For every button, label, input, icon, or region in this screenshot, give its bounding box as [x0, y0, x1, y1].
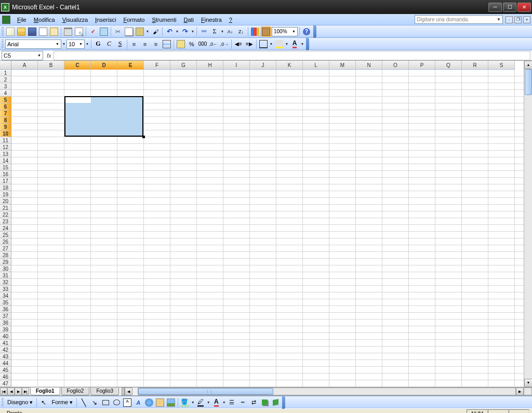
- menu-inserisci[interactable]: Inserisci: [91, 16, 119, 24]
- cell-row[interactable]: [11, 144, 524, 151]
- row-header-15[interactable]: 15: [0, 164, 11, 171]
- menu-dati[interactable]: Dati: [180, 16, 197, 24]
- row-header-37[interactable]: 37: [0, 313, 11, 319]
- cell-row[interactable]: [11, 313, 524, 319]
- italic-button[interactable]: C: [104, 39, 114, 49]
- comma-button[interactable]: 000: [197, 39, 208, 49]
- row-header-42[interactable]: 42: [0, 347, 11, 353]
- row-header-9[interactable]: 9: [0, 124, 11, 130]
- row-header-1[interactable]: 1: [0, 70, 11, 76]
- spelling-button[interactable]: ✓: [88, 26, 98, 37]
- mdi-minimize[interactable]: -: [506, 16, 513, 23]
- row-header-43[interactable]: 43: [0, 353, 11, 360]
- tab-nav-last[interactable]: ▶|: [22, 388, 29, 395]
- cell-row[interactable]: [11, 171, 524, 178]
- cell-row[interactable]: [11, 319, 524, 326]
- row-header-14[interactable]: 14: [0, 157, 11, 164]
- row-header-30[interactable]: 30: [0, 265, 11, 272]
- row-header-20[interactable]: 20: [0, 198, 11, 205]
- row-header-21[interactable]: 21: [0, 205, 11, 211]
- vscroll-thumb[interactable]: [525, 69, 532, 95]
- font-size-box[interactable]: 10▼: [66, 39, 85, 49]
- close-button[interactable]: ✕: [517, 3, 531, 12]
- decrease-decimal-button[interactable]: ,0→: [219, 39, 230, 49]
- cell-row[interactable]: [11, 347, 524, 353]
- font-name-dropdown[interactable]: ▼: [62, 42, 66, 46]
- increase-indent-button[interactable]: ≡▶: [244, 39, 255, 49]
- col-header-M[interactable]: M: [329, 61, 356, 70]
- sort-desc-button[interactable]: Z↓: [236, 26, 246, 37]
- oval-button[interactable]: [111, 397, 122, 408]
- sheet-tab-foglio3[interactable]: Foglio3: [90, 388, 119, 395]
- col-header-E[interactable]: E: [117, 61, 144, 70]
- mail-button[interactable]: [49, 26, 59, 37]
- cells-area[interactable]: [11, 70, 524, 387]
- decrease-indent-button[interactable]: ◀≡: [233, 39, 244, 49]
- scroll-right-button[interactable]: ▶: [516, 388, 524, 395]
- dash-style-button[interactable]: ┅: [237, 397, 248, 408]
- formula-bar[interactable]: [54, 51, 530, 60]
- autosum-button[interactable]: Σ: [209, 26, 220, 37]
- increase-decimal-button[interactable]: ,0←: [208, 39, 219, 49]
- row-header-40[interactable]: 40: [0, 333, 11, 340]
- row-header-5[interactable]: 5: [0, 97, 11, 103]
- row-header-16[interactable]: 16: [0, 171, 11, 178]
- col-header-Q[interactable]: Q: [435, 61, 462, 70]
- arrow-button[interactable]: ↘: [89, 397, 100, 408]
- menu-file[interactable]: File: [14, 16, 30, 24]
- arrow-style-button[interactable]: ⇄: [248, 397, 259, 408]
- diagram-button[interactable]: [144, 397, 154, 408]
- row-header-3[interactable]: 3: [0, 83, 11, 90]
- cell-row[interactable]: [11, 137, 524, 144]
- zoom-box[interactable]: 100%▼: [272, 27, 298, 36]
- merge-center-button[interactable]: [162, 39, 172, 49]
- hyperlink-button[interactable]: ⚯: [198, 26, 209, 37]
- cut-button[interactable]: ✂: [113, 26, 123, 37]
- row-header-19[interactable]: 19: [0, 191, 11, 198]
- autoshapes-menu[interactable]: Forme ▾: [49, 398, 75, 407]
- tab-nav-first[interactable]: |◀: [0, 388, 7, 395]
- font-size-dropdown[interactable]: ▼: [85, 42, 89, 46]
- col-header-O[interactable]: O: [382, 61, 409, 70]
- font-color-draw-button[interactable]: A: [211, 397, 221, 408]
- cell-row[interactable]: [11, 279, 524, 286]
- toolbar-endcap-3[interactable]: [282, 396, 285, 409]
- col-header-J[interactable]: J: [250, 61, 276, 70]
- name-box[interactable]: C5▼: [2, 51, 43, 60]
- col-header-P[interactable]: P: [409, 61, 435, 70]
- fill-color-button[interactable]: [274, 39, 284, 49]
- cell-row[interactable]: [11, 76, 524, 83]
- row-header-8[interactable]: 8: [0, 117, 11, 124]
- tab-nav-prev[interactable]: ◀: [7, 388, 15, 395]
- menu-visualizza[interactable]: Visualizza: [59, 16, 91, 24]
- wordart-button[interactable]: A: [133, 397, 143, 408]
- paste-button[interactable]: [135, 26, 145, 37]
- cell-row[interactable]: [11, 238, 524, 245]
- minimize-button[interactable]: ─: [488, 3, 502, 12]
- cell-row[interactable]: [11, 360, 524, 367]
- row-header-34[interactable]: 34: [0, 292, 11, 299]
- cell-row[interactable]: [11, 326, 524, 333]
- drawing-toolbar-toggle[interactable]: [261, 26, 271, 37]
- row-header-39[interactable]: 39: [0, 326, 11, 333]
- row-header-7[interactable]: 7: [0, 110, 11, 117]
- autosum-dropdown[interactable]: ▼: [220, 30, 224, 33]
- row-header-36[interactable]: 36: [0, 306, 11, 313]
- cell-row[interactable]: [11, 333, 524, 340]
- draw-menu[interactable]: Disegno ▾: [5, 398, 35, 407]
- new-button[interactable]: [5, 26, 16, 37]
- align-right-button[interactable]: ≡: [151, 39, 161, 49]
- research-button[interactable]: [99, 26, 109, 37]
- cell-row[interactable]: [11, 306, 524, 313]
- select-all-corner[interactable]: [0, 61, 11, 70]
- col-header-B[interactable]: B: [38, 61, 64, 70]
- cell-row[interactable]: [11, 299, 524, 306]
- horizontal-scrollbar[interactable]: ⋮⋮: [138, 388, 516, 395]
- row-header-13[interactable]: 13: [0, 151, 11, 157]
- col-header-G[interactable]: G: [170, 61, 197, 70]
- row-header-4[interactable]: 4: [0, 90, 11, 97]
- fill-color-dropdown[interactable]: ▼: [285, 42, 289, 46]
- toolbar-grip-3[interactable]: [2, 398, 4, 407]
- col-header-F[interactable]: F: [144, 61, 170, 70]
- borders-dropdown[interactable]: ▼: [269, 42, 273, 46]
